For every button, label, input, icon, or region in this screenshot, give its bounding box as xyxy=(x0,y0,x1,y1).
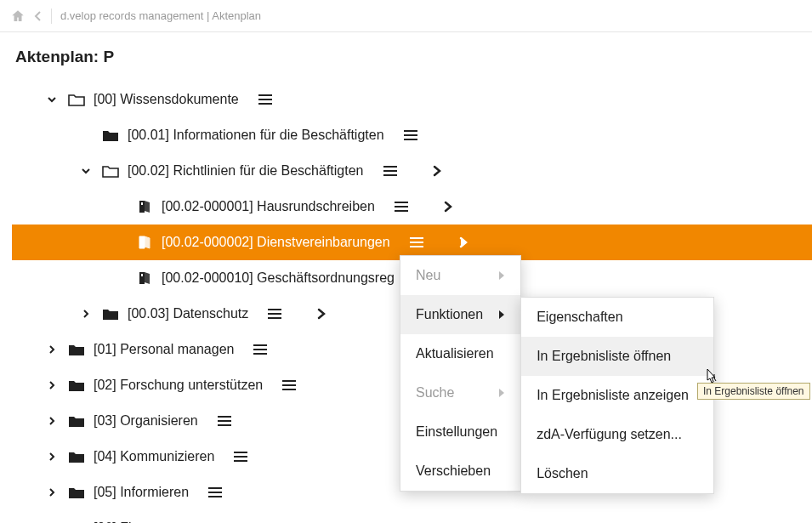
tree-row-label: [03] Organisieren xyxy=(94,413,198,429)
row-menu-icon[interactable] xyxy=(253,344,268,355)
context-menu-item-label: Aktualisieren xyxy=(416,346,494,361)
tree-row-label: [00.02-000002] Dienstvereinbarungen xyxy=(162,235,390,250)
tree-row-label: [05] Informieren xyxy=(94,485,189,500)
topbar: d.velop records management | Aktenplan xyxy=(0,0,812,32)
chevron-right-icon[interactable] xyxy=(44,415,60,427)
tree-row-label: [00.01] Informationen für die Beschäftig… xyxy=(128,128,384,143)
folder-solid-icon xyxy=(68,378,85,392)
context-menu-item[interactable]: Aktualisieren xyxy=(400,334,520,373)
tree-row-label: [00.03] Datenschutz xyxy=(128,306,248,321)
context-submenu-item[interactable]: In Ergebnisliste öffnen xyxy=(521,337,713,376)
svg-rect-2 xyxy=(141,274,143,276)
context-submenu-item-label: In Ergebnisliste anzeigen xyxy=(537,388,689,403)
chevron-right-icon[interactable] xyxy=(78,308,94,320)
context-menu-item-label: Einstellungen xyxy=(416,424,497,440)
chevron-down-icon[interactable] xyxy=(78,165,94,177)
submenu-arrow-icon xyxy=(498,270,505,281)
tree-row-label: [01] Personal managen xyxy=(94,342,234,357)
row-menu-icon[interactable] xyxy=(403,129,418,141)
context-submenu-item-label: In Ergebnisliste öffnen xyxy=(537,349,671,364)
row-menu-icon[interactable] xyxy=(217,415,232,427)
back-icon[interactable] xyxy=(34,10,43,22)
row-menu-icon[interactable] xyxy=(383,165,398,177)
folder-solid-icon xyxy=(68,450,85,463)
page-title: Aktenplan: P xyxy=(12,48,812,66)
row-expand-chevron-icon[interactable] xyxy=(315,305,328,322)
submenu-arrow-icon xyxy=(498,310,505,320)
topbar-divider xyxy=(51,9,52,24)
chevron-right-icon[interactable] xyxy=(44,451,60,463)
tree-row-label: [00.02] Richtlinien für die Beschäftigte… xyxy=(128,163,364,179)
context-submenu-item-label: Eigenschaften xyxy=(537,310,622,325)
folder-solid-icon xyxy=(68,414,85,428)
row-menu-icon[interactable] xyxy=(409,236,424,248)
row-menu-icon[interactable] xyxy=(233,451,248,463)
binder-icon xyxy=(136,235,153,250)
row-menu-icon[interactable] xyxy=(394,201,409,213)
tree-row[interactable]: [06] Finanzen managen xyxy=(12,510,812,523)
context-submenu-item[interactable]: In Ergebnisliste anzeigen xyxy=(521,376,713,415)
folder-solid-icon xyxy=(68,343,85,356)
chevron-right-icon[interactable] xyxy=(44,486,60,498)
tree-row[interactable]: [00.02] Richtlinien für die Beschäftigte… xyxy=(12,153,812,189)
context-menu-item-label: Verschieben xyxy=(416,463,491,479)
submenu-arrow-icon xyxy=(498,388,505,398)
context-menu-item: Neu xyxy=(400,256,520,295)
context-submenu-item-label: zdA-Verfügung setzen... xyxy=(537,427,682,442)
folder-solid-icon xyxy=(102,307,119,321)
context-submenu[interactable]: EigenschaftenIn Ergebnisliste öffnenIn E… xyxy=(520,297,714,494)
context-menu-item[interactable]: Funktionen xyxy=(400,295,520,334)
tree-row[interactable]: [00] Wissensdokumente xyxy=(12,82,812,117)
tree-row-label: [02] Forschung unterstützen xyxy=(94,378,263,393)
row-menu-icon[interactable] xyxy=(207,486,223,498)
chevron-down-icon[interactable] xyxy=(44,94,60,105)
folder-outline-icon xyxy=(102,164,119,178)
context-submenu-item-label: Löschen xyxy=(537,466,588,481)
context-submenu-item[interactable]: Löschen xyxy=(521,454,713,493)
svg-rect-1 xyxy=(141,238,143,241)
tree-row[interactable]: [00.01] Informationen für die Beschäftig… xyxy=(12,117,812,153)
context-menu-item-label: Neu xyxy=(416,268,440,283)
context-menu-item: Suche xyxy=(400,373,520,412)
row-menu-icon[interactable] xyxy=(258,94,273,105)
context-menu-item-label: Suche xyxy=(416,385,454,401)
row-menu-icon[interactable] xyxy=(267,308,282,320)
tree-row-label: [00.02-000010] Geschäftsordnungsreg xyxy=(162,270,395,286)
context-submenu-item[interactable]: zdA-Verfügung setzen... xyxy=(521,415,713,454)
context-menu-item-label: Funktionen xyxy=(416,307,483,322)
tree-row-label: [00] Wissensdokumente xyxy=(94,92,239,107)
row-menu-icon[interactable] xyxy=(281,379,297,391)
context-menu-item[interactable]: Einstellungen xyxy=(400,412,520,452)
tooltip: In Ergebnisliste öffnen xyxy=(697,383,810,400)
folder-solid-icon xyxy=(102,128,119,142)
row-expand-chevron-icon[interactable] xyxy=(457,234,470,251)
binder-icon xyxy=(136,270,153,286)
row-expand-chevron-icon[interactable] xyxy=(441,198,455,215)
context-submenu-item[interactable]: Eigenschaften xyxy=(521,298,713,337)
breadcrumb: d.velop records management | Aktenplan xyxy=(60,9,261,22)
folder-solid-icon xyxy=(68,486,85,499)
context-menu[interactable]: NeuFunktionenAktualisierenSucheEinstellu… xyxy=(400,255,521,492)
home-icon[interactable] xyxy=(10,9,26,24)
svg-rect-0 xyxy=(141,202,143,205)
folder-outline-icon xyxy=(68,93,85,106)
chevron-right-icon[interactable] xyxy=(44,379,60,391)
tree-row-label: [00.02-000001] Hausrundschreiben xyxy=(162,199,375,214)
context-menu-item[interactable]: Verschieben xyxy=(400,452,520,491)
chevron-right-icon[interactable] xyxy=(44,344,60,355)
tree-row[interactable]: [00.02-000001] Hausrundschreiben xyxy=(12,189,812,225)
row-expand-chevron-icon[interactable] xyxy=(430,162,444,179)
tree-row-label: [04] Kommunizieren xyxy=(94,449,214,464)
binder-icon xyxy=(136,199,153,214)
